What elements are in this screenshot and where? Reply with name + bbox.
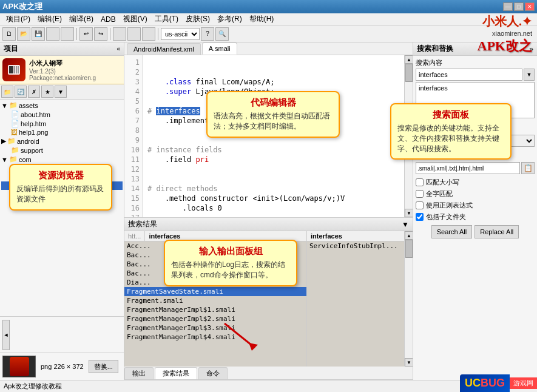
search-dropdown-btn[interactable]: ▼ bbox=[524, 69, 535, 81]
toolbar-new[interactable]: 🗋 bbox=[2, 27, 16, 41]
toolbar-btn5[interactable] bbox=[61, 27, 74, 41]
sr-right-header: interfaces bbox=[307, 231, 404, 242]
menu-project[interactable]: 项目(P) bbox=[2, 13, 34, 25]
file-types-btn[interactable]: 📋 bbox=[521, 162, 535, 174]
tab-asmali[interactable]: A.smali bbox=[202, 42, 237, 55]
sr-item-fmi2[interactable]: FragmentManagerImpl$2.smali bbox=[124, 314, 306, 323]
svg-rect-1 bbox=[9, 66, 13, 73]
proj-btn1[interactable]: 📁 bbox=[1, 86, 13, 98]
search-all-button[interactable]: Search All bbox=[431, 225, 473, 238]
menu-help[interactable]: 帮助(H) bbox=[246, 13, 278, 25]
callout-io-panel: 输入输出面板组 包括各种操作的Log日志，搜索的结果列表，cmd命令操作窗口等。 bbox=[164, 240, 297, 286]
checkbox-full-word: 全字匹配 bbox=[413, 188, 537, 200]
tree-item-android[interactable]: ▶ 📁android bbox=[1, 137, 123, 146]
sr-item-fragment-saved[interactable]: FragmentSavedState.smali bbox=[124, 287, 306, 296]
toolbar-undo[interactable]: ↩ bbox=[79, 27, 93, 41]
checkbox-match-case-input[interactable] bbox=[416, 178, 424, 186]
toolbar-sep1 bbox=[76, 28, 77, 40]
checkbox-subfolders-label: 包括子文件夹 bbox=[426, 212, 466, 221]
side-buttons: ◄ bbox=[0, 316, 124, 353]
sr-item-fragment[interactable]: Fragment.smali bbox=[124, 296, 306, 305]
search-history-item[interactable]: interfaces bbox=[417, 84, 533, 92]
file-types-input[interactable] bbox=[416, 162, 520, 174]
search-input-row: ▼ bbox=[416, 69, 535, 81]
toolbar-redo[interactable]: ↪ bbox=[94, 27, 107, 41]
tree-item-about[interactable]: 📄about.htm bbox=[1, 110, 123, 119]
checkbox-subfolders-input[interactable] bbox=[416, 213, 424, 221]
encoding-select[interactable]: us-ascii UTF-8 GBK bbox=[161, 28, 200, 40]
checkbox-match-case: 匹配大小写 bbox=[413, 177, 537, 188]
replace-all-button[interactable]: Replace All bbox=[475, 225, 519, 238]
menu-tools[interactable]: 工具(T) bbox=[151, 13, 182, 25]
toolbar-help[interactable]: ? bbox=[201, 27, 214, 41]
svg-rect-3 bbox=[16, 66, 17, 73]
left-panel: 项目 « 小米人钢琴 Ver:1.2(3) Package:net.xiaomi… bbox=[0, 42, 124, 380]
menu-edit[interactable]: 编辑(E) bbox=[34, 13, 66, 25]
sr-item-fmi3[interactable]: FragmentManagerImpl$3.smali bbox=[124, 323, 306, 333]
toolbar-btn8[interactable] bbox=[113, 27, 126, 41]
checkbox-regex-input[interactable] bbox=[416, 201, 424, 209]
tree-item-assets[interactable]: ▼ 📁 assets bbox=[1, 101, 123, 110]
maximize-button[interactable]: □ bbox=[514, 2, 524, 11]
tree-item-support[interactable]: 📁support bbox=[1, 146, 123, 155]
tab-androidmanifest[interactable]: AndroidManifest.xml bbox=[127, 43, 201, 55]
callout-resource-body: 反编译后得到的所有源码及资源文件 bbox=[16, 184, 105, 204]
callout-search-title: 搜索面板 bbox=[397, 109, 504, 121]
menu-skin[interactable]: 皮肤(S) bbox=[182, 13, 214, 25]
proj-btn2[interactable]: 🔄 bbox=[15, 86, 27, 98]
sr-scrollbar[interactable]: ▲ ▼ bbox=[404, 231, 413, 367]
tab-output[interactable]: 输出 bbox=[124, 367, 154, 379]
minimize-button[interactable]: — bbox=[503, 2, 513, 11]
tree-item-help1[interactable]: 🖼help1.png bbox=[1, 128, 123, 137]
bottom-app-label: Apk改之理修改教程 bbox=[4, 382, 62, 391]
replace-button[interactable]: 替换... bbox=[89, 360, 118, 373]
editor-tab-bar: AndroidManifest.xml A.smali bbox=[124, 42, 413, 55]
menu-view[interactable]: 视图(V) bbox=[120, 13, 151, 25]
checkbox-full-word-input[interactable] bbox=[416, 190, 424, 198]
toolbar-search[interactable]: 🔍 bbox=[215, 27, 229, 41]
sr-collapse[interactable]: ▼ bbox=[402, 220, 409, 229]
scroll-up[interactable]: ▲ bbox=[405, 55, 413, 64]
checkbox-subfolders: 包括子文件夹 bbox=[413, 211, 537, 223]
sr-thumb[interactable] bbox=[405, 240, 413, 258]
search-panel-collapse[interactable]: » bbox=[529, 45, 533, 53]
sr-right-item-serviceinfostub[interactable]: ServiceInfoStubImpl... bbox=[307, 242, 404, 251]
search-field[interactable] bbox=[416, 69, 522, 81]
sr-scroll-up[interactable]: ▲ bbox=[405, 231, 413, 240]
project-package: Package:net.xiaomiren.g bbox=[29, 75, 96, 81]
tree-item-com[interactable]: ▼ 📁com bbox=[1, 155, 123, 164]
sr-track bbox=[405, 240, 413, 358]
tree-item-help[interactable]: 📄help.htm bbox=[1, 119, 123, 128]
menu-adb[interactable]: ADB bbox=[97, 14, 120, 25]
search-panel-header: 搜索和替换 » bbox=[413, 42, 537, 56]
proj-btn5[interactable]: ▼ bbox=[55, 86, 67, 98]
proj-btn4[interactable]: ★ bbox=[41, 86, 53, 98]
bottom-tab-panel: 输出 搜索结果 命令 bbox=[124, 367, 413, 380]
callout-editor-body: 语法高亮，根据文件类型自动匹配语法；支持多文档同时编辑。 bbox=[214, 111, 333, 132]
toolbar-save[interactable]: 💾 bbox=[32, 27, 45, 41]
callout-search-panel: 搜索面板 搜索是修改的关键功能。支持全文、文件内搜索和替换支持关键字、代码段搜索… bbox=[390, 103, 512, 160]
sr-title: 搜索结果 bbox=[128, 219, 157, 229]
side-expand-left[interactable]: ◄ bbox=[2, 320, 10, 350]
tab-command[interactable]: 命令 bbox=[198, 367, 228, 379]
scroll-thumb[interactable] bbox=[405, 64, 413, 82]
sr-scroll-down[interactable]: ▼ bbox=[405, 358, 413, 367]
tab-search-results[interactable]: 搜索结果 bbox=[155, 367, 197, 379]
toolbar-btn9[interactable] bbox=[127, 27, 141, 41]
sr-path-indicator: htt... bbox=[124, 231, 145, 241]
search-action-buttons: Search All Replace All bbox=[413, 223, 537, 241]
toolbar-open[interactable]: 📂 bbox=[17, 27, 30, 41]
sr-item-fmi4[interactable]: FragmentManagerImpl$4.smali bbox=[124, 333, 306, 342]
project-panel-collapse[interactable]: « bbox=[117, 46, 120, 52]
menu-reference[interactable]: 参考(R) bbox=[214, 13, 246, 25]
scroll-down[interactable]: ▼ bbox=[405, 209, 413, 217]
callout-editor-title: 代码编辑器 bbox=[214, 97, 333, 109]
close-button[interactable]: ✕ bbox=[525, 2, 535, 11]
sr-item-fmi1[interactable]: FragmentManagerImpl$1.smali bbox=[124, 305, 306, 314]
toolbar-btn4[interactable] bbox=[46, 27, 59, 41]
proj-btn3[interactable]: ✗ bbox=[28, 86, 40, 98]
menu-compile[interactable]: 编译(B) bbox=[66, 13, 97, 25]
toolbar-btn10[interactable] bbox=[142, 27, 155, 41]
callout-search-body: 搜索是修改的关键功能。支持全文、文件内搜索和替换支持关键字、代码段搜索。 bbox=[397, 123, 504, 154]
file-types-row: 📋 bbox=[416, 162, 535, 174]
